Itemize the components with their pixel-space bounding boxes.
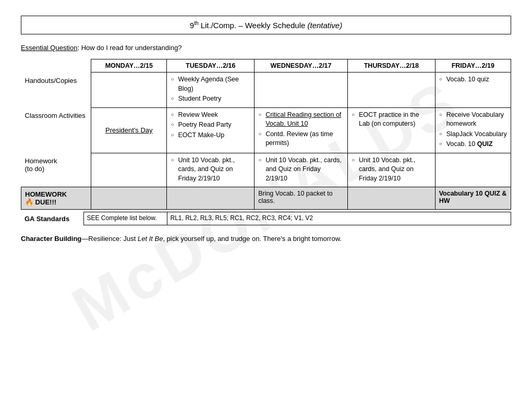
- header-wednesday: WEDNESDAY…2/17: [255, 59, 348, 72]
- handouts-monday: [91, 72, 167, 108]
- classroom-thursday: EOCT practice in the Lab (on computers): [347, 107, 435, 153]
- ga-see-complete: SEE Complete list below.: [83, 212, 167, 225]
- header-friday: FRIDAY…2/19: [435, 59, 511, 72]
- handouts-tuesday: Weekly Agenda (See Blog) Student Poetry: [167, 72, 255, 108]
- classroom-tuesday: Review Week Poetry Read Party EOCT Make-…: [167, 107, 255, 153]
- list-item: EOCT practice in the Lab (on computers): [352, 111, 431, 129]
- list-item: Receive Vocabulary homework: [439, 111, 507, 129]
- list-item: Poetry Read Party: [171, 120, 250, 130]
- header-thursday: THURSDAY…2/18: [347, 59, 435, 72]
- classroom-wednesday: Critical Reading section of Vocab. Unit …: [255, 107, 348, 153]
- list-item: Unit 10 Vocab. pkt., cards, and Quiz on …: [352, 156, 431, 184]
- list-item: Unit 10 Vocab. pkt., cards, and Quiz on …: [171, 156, 250, 184]
- due-thursday: [347, 187, 435, 210]
- page-title: 9th Lit./Comp. – Weekly Schedule (tentat…: [21, 16, 511, 34]
- eq-label: Essential Question: [21, 44, 77, 52]
- presidents-day-label: President's Day: [105, 126, 153, 134]
- list-item: EOCT Make-Up: [171, 131, 250, 140]
- list-item: Vocab. 10 QUIZ: [439, 140, 507, 149]
- homework-monday: [91, 153, 167, 187]
- homework-thursday: Unit 10 Vocab. pkt., cards, and Quiz on …: [347, 153, 435, 187]
- homework-wednesday: Unit 10 Vocab. pkt., cards, and Quiz on …: [255, 153, 348, 187]
- list-item: Student Poetry: [171, 94, 250, 104]
- ga-label: GA Standards: [21, 212, 83, 225]
- handouts-row: Handouts/Copies Weekly Agenda (See Blog)…: [21, 72, 511, 108]
- list-item: Review Week: [171, 111, 250, 120]
- grade-sup: th: [194, 20, 198, 26]
- ga-standards-values: RL1, RL2, RL3, RL5; RC1, RC2, RC3, RC4; …: [167, 212, 511, 225]
- header-monday: MONDAY…2/15: [91, 59, 167, 72]
- homework-label: Homework (to do): [21, 153, 91, 187]
- classroom-monday: President's Day: [91, 107, 167, 153]
- handouts-thursday: [347, 72, 435, 108]
- due-label: HOMEWORK 🔥 DUE!!!: [21, 187, 91, 210]
- essential-question: Essential Question: How do I read for un…: [21, 44, 511, 52]
- due-wednesday: Bring Vocab. 10 packet to class.: [255, 187, 348, 210]
- handouts-label: Handouts/Copies: [21, 72, 91, 108]
- classroom-friday: Receive Vocabulary homework SlapJack Voc…: [435, 107, 511, 153]
- list-item: Critical Reading section of Vocab. Unit …: [258, 111, 344, 129]
- due-tuesday: [167, 187, 255, 210]
- list-item: Unit 10 Vocab. pkt., cards, and Quiz on …: [258, 156, 344, 184]
- header-tuesday: TUESDAY…2/16: [167, 59, 255, 72]
- list-item: SlapJack Vocabulary: [439, 130, 507, 139]
- list-item: Vocab. 10 quiz: [439, 75, 507, 84]
- ga-standards-row: GA Standards SEE Complete list below. RL…: [21, 212, 511, 225]
- list-item: Weekly Agenda (See Blog): [171, 75, 250, 93]
- character-building: Character Building—Resilience: Just Let …: [21, 234, 511, 244]
- grade-number: 9: [190, 21, 194, 30]
- schedule-table: MONDAY…2/15 TUESDAY…2/16 WEDNESDAY…2/17 …: [21, 59, 511, 210]
- subject-title: Lit./Comp. – Weekly Schedule: [201, 21, 308, 30]
- eq-text: : How do I read for understanding?: [77, 44, 182, 52]
- due-monday: [91, 187, 167, 210]
- tentative-label: (tentative): [307, 21, 342, 30]
- due-friday: Vocabulary 10 QUIZ & HW: [435, 187, 511, 210]
- homework-tuesday: Unit 10 Vocab. pkt., cards, and Quiz on …: [167, 153, 255, 187]
- classroom-label: Classroom Activities: [21, 107, 91, 153]
- homework-row: Homework (to do) Unit 10 Vocab. pkt., ca…: [21, 153, 511, 187]
- handouts-friday: Vocab. 10 quiz: [435, 72, 511, 108]
- homework-friday: [435, 153, 511, 187]
- list-item: Contd. Review (as time permits): [258, 130, 344, 148]
- handouts-wednesday: [255, 72, 348, 108]
- ga-standards-table: GA Standards SEE Complete list below. RL…: [21, 212, 511, 225]
- due-row: HOMEWORK 🔥 DUE!!! Bring Vocab. 10 packet…: [21, 187, 511, 210]
- classroom-row: Classroom Activities President's Day Rev…: [21, 107, 511, 153]
